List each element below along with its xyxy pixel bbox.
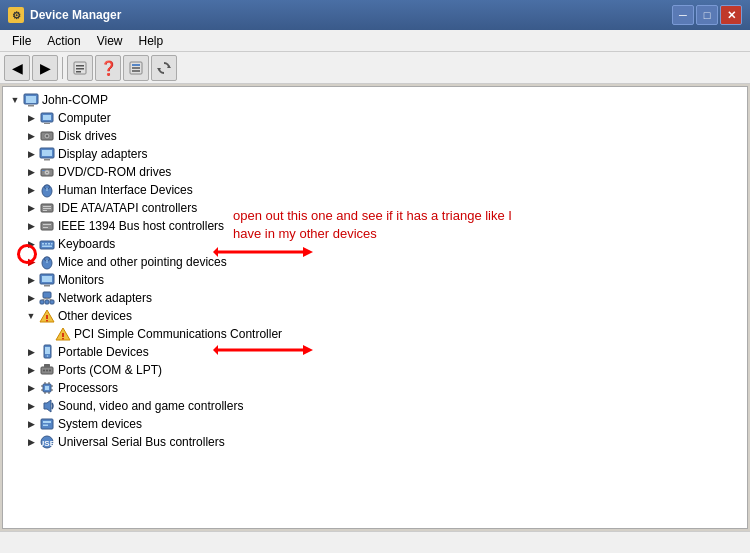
help-button[interactable]: ❓ xyxy=(95,55,121,81)
device-icon xyxy=(39,272,55,288)
device-icon xyxy=(39,380,55,396)
tree-item-disk[interactable]: ▶ Disk drives xyxy=(3,127,747,145)
device-icon xyxy=(39,398,55,414)
expand-icon[interactable]: ▶ xyxy=(23,128,39,144)
tree-item-label: Processors xyxy=(58,381,118,395)
tree-item-display[interactable]: ▶ Display adapters xyxy=(3,145,747,163)
expand-icon[interactable]: ▶ xyxy=(23,254,39,270)
tree-item-label: Other devices xyxy=(58,309,132,323)
tree-item-label: IEEE 1394 Bus host controllers xyxy=(58,219,224,233)
svg-rect-59 xyxy=(62,333,63,337)
back-button[interactable]: ◀ xyxy=(4,55,30,81)
list-button[interactable] xyxy=(123,55,149,81)
svg-rect-47 xyxy=(44,285,50,287)
svg-rect-25 xyxy=(42,170,45,171)
device-icon xyxy=(39,182,55,198)
tree-item-label: Computer xyxy=(58,111,111,125)
expand-icon[interactable]: ▶ xyxy=(23,434,39,450)
expand-icon[interactable]: ▶ xyxy=(23,290,39,306)
expand-icon[interactable]: ▶ xyxy=(23,236,39,252)
expand-icon[interactable]: ▶ xyxy=(23,164,39,180)
menu-view[interactable]: View xyxy=(89,32,131,50)
expand-icon[interactable]: ▶ xyxy=(23,380,39,396)
expand-icon[interactable]: ▶ xyxy=(23,200,39,216)
device-icon xyxy=(39,290,55,306)
tree-view[interactable]: ▼ John-COMP ▶ xyxy=(3,87,747,528)
svg-rect-62 xyxy=(45,347,50,354)
device-icon xyxy=(39,164,55,180)
toolbar: ◀ ▶ ❓ xyxy=(0,52,750,84)
svg-point-63 xyxy=(47,355,49,357)
tree-item-computer[interactable]: ▶ Computer xyxy=(3,109,747,127)
device-icon xyxy=(39,254,55,270)
tree-item-network[interactable]: ▶ Network adapters xyxy=(3,289,747,307)
properties-button[interactable] xyxy=(67,55,93,81)
expand-icon[interactable]: ▶ xyxy=(23,182,39,198)
tree-item-label: Sound, video and game controllers xyxy=(58,399,243,413)
tree-item-processors[interactable]: ▶ Processors xyxy=(3,379,747,397)
svg-rect-38 xyxy=(45,243,47,245)
svg-rect-57 xyxy=(46,320,47,321)
tree-item-other[interactable]: ▼ Other devices xyxy=(3,307,747,325)
tree-item-label: Disk drives xyxy=(58,129,117,143)
device-icon xyxy=(39,308,55,324)
tree-item-monitors[interactable]: ▶ Monitors xyxy=(3,271,747,289)
minimize-button[interactable]: ─ xyxy=(672,5,694,25)
tree-item-mice[interactable]: ▶ Mice and other pointing devices xyxy=(3,253,747,271)
device-icon xyxy=(39,344,55,360)
svg-point-67 xyxy=(49,370,51,372)
close-button[interactable]: ✕ xyxy=(720,5,742,25)
expand-icon[interactable]: ▼ xyxy=(23,308,39,324)
svg-rect-3 xyxy=(76,71,81,73)
tree-item-usb[interactable]: ▶ USB Universal Serial Bus controllers xyxy=(3,433,747,451)
refresh-button[interactable] xyxy=(151,55,177,81)
tree-item-label: System devices xyxy=(58,417,142,431)
device-icon xyxy=(39,236,55,252)
tree-item-label: DVD/CD-ROM drives xyxy=(58,165,171,179)
title-bar: ⚙ Device Manager ─ □ ✕ xyxy=(0,0,750,30)
tree-item-label: Universal Serial Bus controllers xyxy=(58,435,225,449)
svg-rect-39 xyxy=(48,243,50,245)
tree-item-ports[interactable]: ▶ Ports (COM & LPT) xyxy=(3,361,747,379)
tree-item-label: John-COMP xyxy=(42,93,108,107)
tree-item-ide[interactable]: ▶ IDE ATA/ATAPI controllers xyxy=(3,199,747,217)
expand-icon[interactable]: ▼ xyxy=(7,92,23,108)
menu-file[interactable]: File xyxy=(4,32,39,50)
maximize-button[interactable]: □ xyxy=(696,5,718,25)
expand-icon[interactable]: ▶ xyxy=(23,398,39,414)
tree-item-label: Ports (COM & LPT) xyxy=(58,363,162,377)
svg-point-65 xyxy=(43,370,45,372)
svg-rect-56 xyxy=(46,315,47,319)
menu-action[interactable]: Action xyxy=(39,32,88,50)
svg-point-18 xyxy=(46,135,48,137)
tree-item-dvd[interactable]: ▶ DVD/CD-ROM drives xyxy=(3,163,747,181)
menu-help[interactable]: Help xyxy=(131,32,172,50)
tree-item-sound[interactable]: ▶ Sound, video and game controllers xyxy=(3,397,747,415)
tree-item-hid[interactable]: ▶ Human Interface Devices xyxy=(3,181,747,199)
tree-item-system[interactable]: ▶ System devices xyxy=(3,415,747,433)
tree-item-label: Human Interface Devices xyxy=(58,183,193,197)
svg-rect-70 xyxy=(45,386,49,390)
svg-rect-34 xyxy=(43,224,51,225)
computer-icon xyxy=(23,92,39,108)
window-title: Device Manager xyxy=(30,8,121,22)
tree-item-portable[interactable]: ▶ Portable Devices xyxy=(3,343,747,361)
svg-rect-35 xyxy=(43,227,48,228)
device-icon xyxy=(39,110,55,126)
svg-rect-60 xyxy=(62,338,63,339)
tree-item-root[interactable]: ▼ John-COMP xyxy=(3,91,747,109)
tree-item-label: IDE ATA/ATAPI controllers xyxy=(58,201,197,215)
tree-item-ieee[interactable]: ▶ IEEE 1394 Bus host controllers xyxy=(3,217,747,235)
expand-icon[interactable]: ▶ xyxy=(23,272,39,288)
tree-item-keyboards[interactable]: ▶ Keyboards xyxy=(3,235,747,253)
svg-rect-31 xyxy=(43,208,51,209)
expand-icon[interactable]: ▶ xyxy=(23,416,39,432)
forward-button[interactable]: ▶ xyxy=(32,55,58,81)
expand-icon[interactable]: ▶ xyxy=(23,344,39,360)
expand-icon[interactable]: ▶ xyxy=(23,110,39,126)
device-icon xyxy=(39,362,55,378)
expand-icon[interactable]: ▶ xyxy=(23,218,39,234)
expand-icon[interactable]: ▶ xyxy=(23,362,39,378)
tree-item-pci[interactable]: PCI Simple Communications Controller xyxy=(3,325,747,343)
expand-icon[interactable]: ▶ xyxy=(23,146,39,162)
